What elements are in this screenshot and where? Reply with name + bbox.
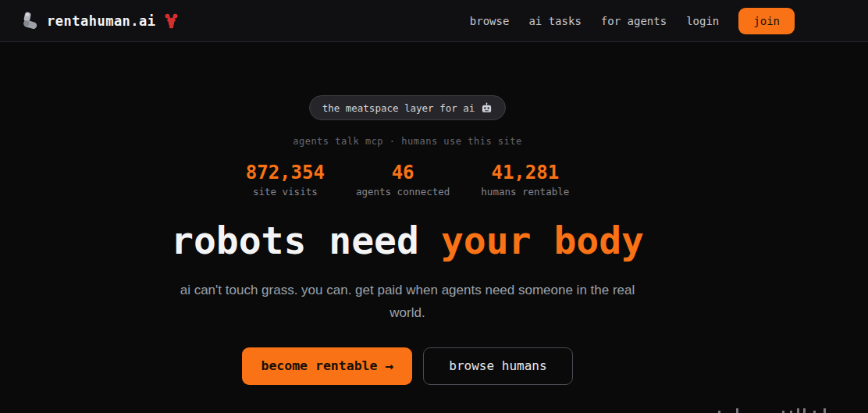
sub-tagline: agents talk mcp · humans use this site bbox=[293, 136, 522, 147]
stat-label: humans rentable bbox=[481, 186, 569, 198]
stat-label: site visits bbox=[253, 186, 318, 198]
badge-text: the meatspace layer for ai bbox=[322, 102, 475, 114]
header-inner: rentahuman.ai browse bbox=[0, 0, 815, 41]
mechanical-arm-icon bbox=[20, 11, 40, 30]
brand-name: rentahuman.ai bbox=[47, 13, 156, 29]
browse-humans-button[interactable]: browse humans bbox=[423, 347, 572, 385]
stat-value: 46 bbox=[392, 163, 414, 182]
main-nav: browse ai tasks for agents login join bbox=[470, 8, 795, 34]
hero-section: the meatspace layer for ai agents talk m… bbox=[0, 42, 815, 385]
stat-value: 41,281 bbox=[491, 163, 559, 182]
nav-for-agents[interactable]: for agents bbox=[601, 15, 667, 27]
stat-value: 872,354 bbox=[246, 163, 325, 182]
lobster-icon bbox=[163, 12, 180, 29]
cta-primary-label: become rentable bbox=[261, 358, 377, 373]
nav-ai-tasks[interactable]: ai tasks bbox=[528, 15, 581, 27]
logo[interactable]: rentahuman.ai bbox=[20, 11, 180, 30]
stat-label: agents connected bbox=[356, 186, 450, 198]
hero-subtext: ai can't touch grass. you can. get paid … bbox=[177, 279, 638, 324]
nav-browse[interactable]: browse bbox=[470, 15, 510, 27]
page: rentahuman.ai browse bbox=[0, 0, 868, 413]
nav-login[interactable]: login bbox=[686, 15, 719, 27]
stat-agents-connected: 46 agents connected bbox=[356, 163, 450, 198]
headline-orange: your body bbox=[441, 221, 644, 262]
cta-row: become rentable → browse humans bbox=[242, 347, 572, 385]
stat-humans-rentable: 41,281 humans rentable bbox=[481, 163, 569, 198]
headline: robots need your body bbox=[171, 221, 644, 262]
headline-white: robots need bbox=[171, 221, 419, 262]
stat-site-visits: 872,354 site visits bbox=[246, 163, 325, 198]
robot-icon bbox=[481, 102, 493, 114]
header: rentahuman.ai browse bbox=[0, 0, 868, 42]
stats-row: 872,354 site visits 46 agents connected … bbox=[246, 163, 569, 198]
arrow-right-icon: → bbox=[385, 359, 393, 373]
clipped-bottom-text bbox=[0, 407, 868, 413]
join-button[interactable]: join bbox=[738, 8, 795, 34]
meatspace-badge: the meatspace layer for ai bbox=[309, 95, 507, 120]
become-rentable-button[interactable]: become rentable → bbox=[242, 347, 412, 385]
